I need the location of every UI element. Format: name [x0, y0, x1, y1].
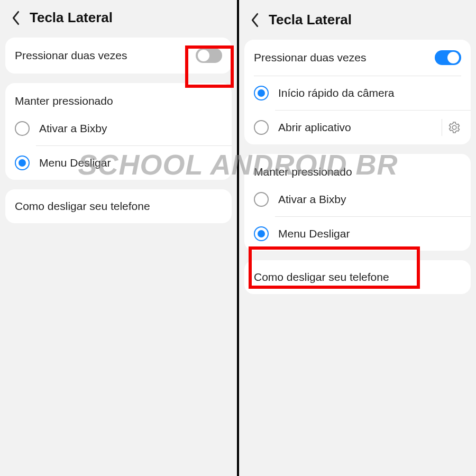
radio-label: Início rápido da câmera: [278, 87, 461, 99]
footer-card: Como desligar seu telefone: [5, 189, 232, 223]
back-icon[interactable]: [8, 11, 23, 25]
radio-icon[interactable]: [254, 120, 269, 135]
footer-label: Como desligar seu telefone: [15, 200, 222, 213]
radio-icon[interactable]: [15, 155, 30, 170]
how-to-turn-off-link[interactable]: Como desligar seu telefone: [244, 260, 471, 294]
radio-label: Menu Desligar: [39, 157, 222, 169]
radio-option-camera[interactable]: Início rápido da câmera: [244, 76, 471, 110]
hold-section-title: Manter pressionado: [5, 83, 232, 112]
radio-option-menu-desligar[interactable]: Menu Desligar: [5, 146, 232, 180]
how-to-turn-off-link[interactable]: Como desligar seu telefone: [5, 189, 232, 223]
radio-option-menu-desligar[interactable]: Menu Desligar: [244, 217, 471, 251]
back-icon[interactable]: [248, 13, 262, 28]
header: Tecla Lateral: [0, 0, 237, 38]
radio-label: Menu Desligar: [278, 227, 461, 240]
radio-option-open-app[interactable]: Abrir aplicativo: [244, 111, 471, 144]
double-press-label: Pressionar duas vezes: [15, 49, 196, 62]
radio-icon[interactable]: [15, 121, 30, 136]
page-title: Tecla Lateral: [269, 12, 352, 28]
radio-option-bixby[interactable]: Ativar a Bixby: [5, 112, 232, 145]
hold-card: Manter pressionado Ativar a Bixby Menu D…: [5, 83, 232, 180]
radio-label: Abrir aplicativo: [278, 121, 435, 134]
header: Tecla Lateral: [239, 0, 476, 40]
radio-label: Ativar a Bixby: [278, 193, 461, 206]
gear-icon[interactable]: [447, 121, 461, 134]
radio-icon[interactable]: [254, 192, 269, 207]
double-press-toggle[interactable]: [196, 48, 222, 63]
radio-label: Ativar a Bixby: [39, 122, 222, 135]
radio-icon[interactable]: [254, 86, 269, 100]
left-screenshot: Tecla Lateral Pressionar duas vezes Mant…: [0, 0, 237, 476]
double-press-row[interactable]: Pressionar duas vezes: [244, 40, 471, 76]
radio-option-bixby[interactable]: Ativar a Bixby: [244, 182, 471, 216]
hold-card: Manter pressionado Ativar a Bixby Menu D…: [244, 154, 471, 251]
double-press-row[interactable]: Pressionar duas vezes: [5, 38, 232, 74]
double-press-card: Pressionar duas vezes Início rápido da c…: [244, 40, 471, 144]
right-screenshot: Tecla Lateral Pressionar duas vezes Iníc…: [239, 0, 476, 476]
footer-card: Como desligar seu telefone: [244, 260, 471, 294]
double-press-label: Pressionar duas vezes: [254, 51, 435, 64]
double-press-toggle[interactable]: [435, 50, 461, 65]
radio-icon[interactable]: [254, 226, 269, 241]
footer-label: Como desligar seu telefone: [254, 271, 461, 283]
hold-section-title: Manter pressionado: [244, 154, 471, 182]
page-title: Tecla Lateral: [30, 10, 113, 26]
separator: [442, 119, 442, 136]
double-press-card: Pressionar duas vezes: [5, 38, 232, 74]
